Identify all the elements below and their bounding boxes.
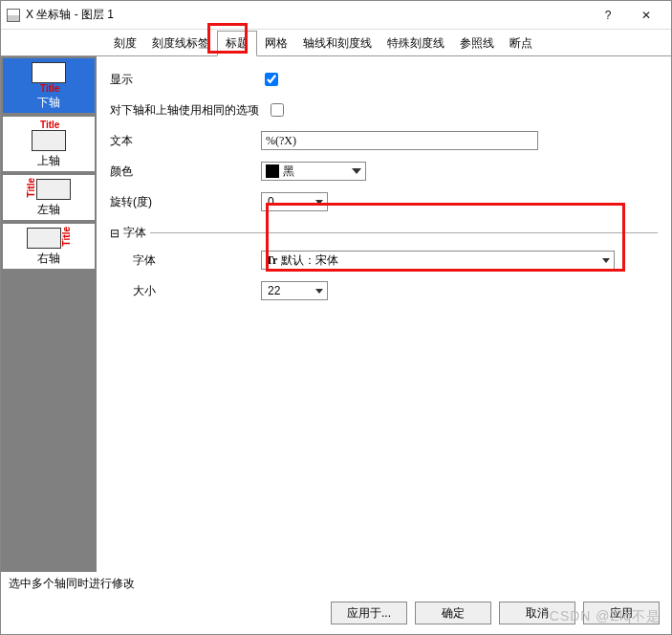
color-swatch — [266, 164, 279, 178]
same-options-checkbox[interactable] — [271, 103, 284, 117]
chevron-down-icon — [315, 289, 323, 294]
window-title: X 坐标轴 - 图层 1 — [26, 7, 589, 23]
text-input[interactable] — [261, 131, 538, 150]
show-label: 显示 — [110, 72, 253, 88]
apply-to-button[interactable]: 应用于... — [331, 602, 407, 624]
color-label: 颜色 — [110, 164, 253, 180]
color-combo[interactable]: 黑 — [261, 162, 366, 181]
svg-marker-3 — [315, 289, 323, 294]
button-bar: 应用于... 确定 取消 应用 — [1, 596, 671, 634]
axis-item-label: 右轴 — [37, 251, 60, 267]
font-group-label: 字体 — [123, 225, 146, 241]
form-content: 显示 对下轴和上轴使用相同的选项 文本 颜色 黑 — [97, 56, 671, 572]
rotate-label: 旋转(度) — [110, 194, 253, 210]
title-label-icon: Title — [40, 83, 59, 94]
app-icon — [7, 9, 20, 22]
axis-item-bottom[interactable]: Title 下轴 — [3, 58, 95, 113]
tab-reference[interactable]: 参照线 — [452, 32, 502, 55]
ok-button[interactable]: 确定 — [415, 602, 491, 624]
tab-breaks[interactable]: 断点 — [502, 32, 540, 55]
chevron-down-icon — [602, 258, 610, 263]
text-label: 文本 — [110, 133, 253, 149]
font-combo[interactable]: Tr 默认：宋体 — [261, 251, 615, 270]
same-options-label: 对下轴和上轴使用相同的选项 — [110, 102, 259, 119]
tab-specialticks[interactable]: 特殊刻度线 — [379, 32, 452, 55]
svg-marker-0 — [352, 168, 361, 174]
axis-item-label: 下轴 — [37, 95, 60, 111]
tab-scale[interactable]: 刻度 — [106, 32, 144, 55]
tab-ticklabels[interactable]: 刻度线标签 — [144, 32, 217, 55]
axis-item-left[interactable]: Title 左轴 — [3, 175, 95, 220]
title-label-icon: Title — [26, 178, 36, 197]
axis-item-label: 上轴 — [37, 153, 60, 169]
apply-button[interactable]: 应用 — [583, 602, 660, 624]
font-value: 默认：宋体 — [281, 252, 338, 269]
size-input[interactable] — [266, 283, 304, 298]
show-checkbox[interactable] — [265, 73, 278, 86]
tab-title[interactable]: 标题 — [217, 31, 257, 56]
svg-marker-2 — [602, 258, 610, 263]
axis-sidebar: Title 下轴 Title 上轴 Title 左轴 Title 右轴 — [1, 56, 97, 572]
dialog-window: X 坐标轴 - 图层 1 ? ✕ 刻度 刻度线标签 标题 网格 轴线和刻度线 特… — [0, 0, 672, 635]
axis-item-label: 左轴 — [37, 202, 60, 218]
close-button[interactable]: ✕ — [627, 2, 665, 29]
tab-axisline[interactable]: 轴线和刻度线 — [295, 32, 379, 55]
axis-item-right[interactable]: Title 右轴 — [3, 224, 95, 269]
font-prefix-icon: Tr — [266, 253, 277, 268]
size-select[interactable] — [261, 281, 328, 300]
font-label: 字体 — [110, 252, 253, 269]
multi-axis-hint: 选中多个轴同时进行修改 — [1, 572, 671, 596]
rotate-select[interactable] — [261, 192, 328, 211]
dialog-body: 刻度 刻度线标签 标题 网格 轴线和刻度线 特殊刻度线 参照线 断点 Title… — [1, 30, 671, 634]
main-row: Title 下轴 Title 上轴 Title 左轴 Title 右轴 — [1, 56, 671, 572]
title-label-icon: Title — [40, 120, 59, 130]
svg-marker-1 — [315, 200, 323, 205]
axis-item-top[interactable]: Title 上轴 — [3, 117, 95, 171]
collapse-icon[interactable]: ⊟ — [110, 227, 119, 240]
chevron-down-icon — [315, 200, 323, 205]
rotate-input[interactable] — [266, 194, 304, 209]
divider — [150, 232, 658, 233]
size-label: 大小 — [110, 283, 253, 299]
tab-bar: 刻度 刻度线标签 标题 网格 轴线和刻度线 特殊刻度线 参照线 断点 — [1, 30, 671, 56]
chevron-down-icon — [352, 168, 361, 174]
tab-grid[interactable]: 网格 — [257, 32, 295, 55]
title-label-icon: Title — [61, 227, 72, 246]
help-button[interactable]: ? — [589, 2, 627, 29]
font-group-header[interactable]: ⊟ 字体 — [110, 225, 658, 241]
titlebar: X 坐标轴 - 图层 1 ? ✕ — [1, 1, 671, 30]
color-value: 黑 — [283, 164, 294, 180]
cancel-button[interactable]: 取消 — [499, 602, 575, 624]
